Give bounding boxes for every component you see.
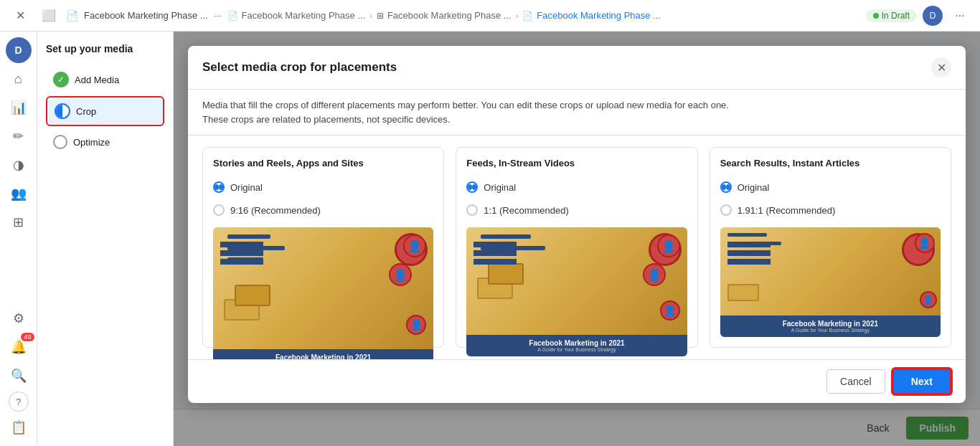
breadcrumb-item-2[interactable]: ⊞ Facebook Marketing Phase ... — [377, 10, 512, 21]
bell-wrap: 🔔 49 — [6, 334, 32, 360]
step-label-optimize: Optimize — [73, 137, 110, 148]
sidebar-toggle-icon[interactable]: ⬜ — [37, 4, 60, 27]
main-dialog: Select media crop for placements ✕ Media… — [174, 32, 980, 446]
status-badge: In Draft — [866, 9, 917, 22]
radio-label-916-stories: 9:16 (Recommended) — [230, 205, 321, 216]
placement-col-feeds: Feeds, In-Stream Videos Original 1:1 (Re… — [456, 147, 697, 348]
radio-916-stories[interactable]: 9:16 (Recommended) — [213, 204, 433, 216]
dialog-header: Select media crop for placements ✕ — [188, 46, 966, 90]
edit-icon[interactable]: ✏ — [6, 123, 32, 149]
placement-col-search: Search Results, Instant Articles Origina… — [710, 147, 951, 348]
bell-badge: 49 — [21, 333, 34, 341]
marketing-caption-feeds: Facebook Marketing in 2021 A Guide for Y… — [466, 335, 687, 356]
breadcrumb-sep-1: › — [369, 11, 372, 20]
step-icon-optimize — [53, 135, 67, 149]
step-label-crop: Crop — [76, 106, 96, 117]
doc-icon-3: 📄 — [522, 11, 533, 21]
radio-label-original-stories: Original — [230, 182, 263, 193]
radio-circle-original-search — [720, 181, 732, 193]
setup-step-add-media[interactable]: ✓ Add Media — [46, 66, 164, 93]
doc-icon: 📄 — [66, 10, 78, 22]
person-icon-6: 👤 — [660, 300, 680, 321]
top-bar: ✕ ⬜ 📄 Facebook Marketing Phase ... ··· 📄… — [0, 0, 980, 32]
help-icon[interactable]: ? — [9, 392, 29, 412]
close-button[interactable]: ✕ — [9, 4, 32, 27]
report-icon[interactable]: 📋 — [6, 414, 32, 440]
person-icon-8: 👤 — [920, 291, 937, 308]
status-label: In Draft — [882, 11, 910, 21]
grid-icon[interactable]: ⊞ — [6, 209, 32, 235]
placement-title-stories: Stories and Reels, Apps and Sites — [213, 158, 433, 169]
circle-half-icon[interactable]: ◑ — [6, 152, 32, 178]
bar-4 — [481, 234, 531, 239]
breadcrumb-label-1: Facebook Marketing Phase ... — [242, 10, 366, 21]
radio-label-original-feeds: Original — [484, 182, 516, 193]
dialog-title: Select media crop for placements — [202, 60, 397, 75]
bar-7 — [727, 242, 781, 245]
breadcrumb-item-3[interactable]: 📄 Facebook Marketing Phase ... — [522, 10, 661, 21]
dialog-desc-line1: Media that fill the crops of different p… — [202, 100, 729, 110]
breadcrumb-label-2: Facebook Marketing Phase ... — [387, 10, 512, 21]
radio-original-feeds[interactable]: Original — [466, 181, 687, 193]
cancel-button[interactable]: Cancel — [826, 369, 885, 394]
breadcrumb-item-1[interactable]: 📄 Facebook Marketing Phase ... — [227, 10, 366, 21]
person-icon-5: 👤 — [643, 263, 666, 286]
caption-sub-search: A Guide for Your Business Strategy — [726, 328, 935, 333]
radio-circle-original-stories — [213, 181, 225, 193]
header-doc-title: Facebook Marketing Phase ... — [84, 10, 208, 21]
step-icon-add-media: ✓ — [53, 72, 69, 87]
radio-circle-original-feeds — [466, 181, 478, 193]
dialog-description: Media that fill the crops of different p… — [188, 90, 966, 136]
breadcrumb-sep-2: › — [516, 11, 519, 20]
settings-icon[interactable]: ⚙ — [6, 305, 32, 331]
sidebar-avatar[interactable]: D — [6, 37, 32, 63]
radio-label-11-feeds: 1:1 (Recommended) — [484, 205, 569, 216]
people-icon[interactable]: 👥 — [6, 181, 32, 207]
placement-image-feeds: 👤 👤 👤 Facebook Marketing in 2021 A — [466, 227, 687, 356]
placement-title-search: Search Results, Instant Articles — [720, 158, 941, 169]
marketing-caption-stories: Facebook Marketing in 2021 A Guide for Y… — [213, 349, 433, 359]
caption-main-stories: Facebook Marketing in 2021 — [219, 354, 428, 359]
top-bar-right: In Draft D ··· — [866, 4, 971, 27]
setup-title: Set up your media — [46, 43, 164, 54]
placement-title-feeds: Feeds, In-Stream Videos — [466, 158, 687, 169]
more-button[interactable]: ··· — [948, 4, 971, 27]
setup-step-optimize[interactable]: Optimize — [46, 129, 164, 155]
dialog-modal: Select media crop for placements ✕ Media… — [188, 46, 966, 403]
avatar[interactable]: D — [923, 6, 943, 26]
chart-icon[interactable]: 📊 — [6, 95, 32, 120]
radio-11-feeds[interactable]: 1:1 (Recommended) — [466, 204, 687, 216]
bar-3 — [227, 257, 263, 262]
radio-original-stories[interactable]: Original — [213, 181, 433, 193]
search-icon[interactable]: 🔍 — [6, 363, 32, 389]
breadcrumb: 📄 Facebook Marketing Phase ... › ⊞ Faceb… — [227, 10, 860, 21]
bar-2 — [227, 246, 285, 250]
step-icon-crop — [55, 103, 70, 119]
placement-image-stories: 👤 👤 👤 Facebook Ma — [213, 227, 433, 359]
person-icon-1: 👤 — [403, 234, 426, 257]
radio-circle-916-stories — [213, 204, 225, 216]
radio-1911-search[interactable]: 1.91:1 (Recommended) — [720, 204, 941, 216]
setup-step-crop[interactable]: Crop — [46, 96, 164, 126]
caption-main-feeds: Facebook Marketing in 2021 — [472, 339, 681, 347]
left-sidebar: D ⌂ 📊 ✏ ◑ 👥 ⊞ ⚙ 🔔 49 🔍 ? 📋 — [0, 32, 37, 446]
person-icon-3: 👤 — [406, 315, 426, 335]
status-dot — [873, 13, 879, 19]
person-icon-4: 👤 — [657, 234, 680, 257]
doc-icon-1: 📄 — [227, 11, 238, 21]
radio-label-1911-search: 1.91:1 (Recommended) — [738, 205, 836, 216]
placement-image-search: 👤 👤 Facebook Marketing in 2021 A Guide f… — [720, 227, 941, 337]
radio-original-search[interactable]: Original — [720, 181, 941, 193]
radio-circle-1911-search — [720, 204, 732, 216]
three-dots-left[interactable]: ··· — [214, 10, 222, 21]
grid-icon-bc: ⊞ — [377, 11, 384, 21]
modal-overlay: Set up your media ✓ Add Media Crop Optim… — [37, 32, 980, 446]
envelope-4 — [488, 263, 524, 285]
person-icon-7: 👤 — [915, 233, 935, 253]
home-icon[interactable]: ⌂ — [6, 66, 32, 92]
bar-6 — [727, 233, 767, 237]
next-button[interactable]: Next — [892, 369, 951, 394]
marketing-caption-search: Facebook Marketing in 2021 A Guide for Y… — [720, 315, 941, 337]
step-label-add-media: Add Media — [75, 75, 119, 85]
dialog-close-button[interactable]: ✕ — [931, 57, 951, 77]
